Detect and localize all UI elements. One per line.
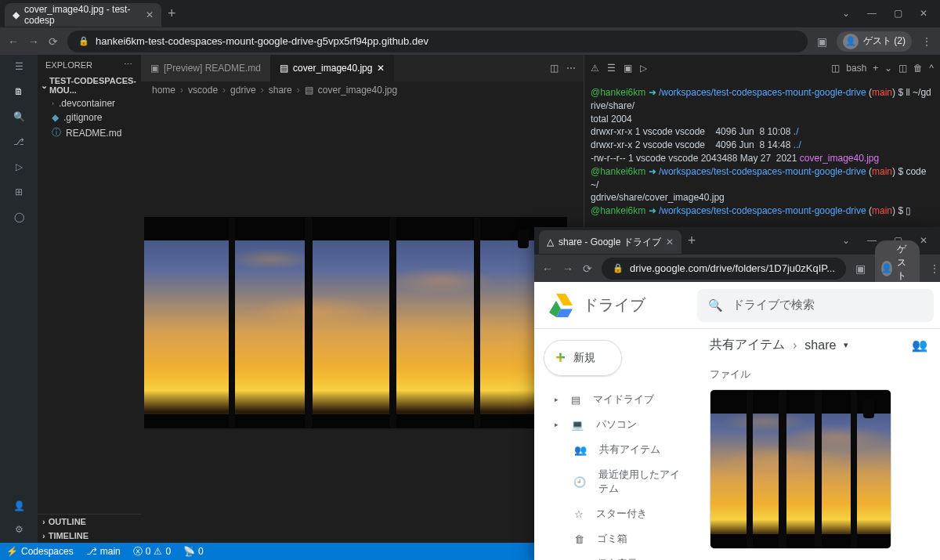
browser-tab[interactable]: ◆ cover_image40.jpg - test-codesp ✕	[5, 3, 161, 27]
browser-tab-title: share - Google ドライブ	[559, 236, 661, 249]
share-icon[interactable]: 👥	[912, 338, 927, 352]
files-icon[interactable]: 🗎	[14, 86, 24, 97]
close-icon[interactable]: ✕	[666, 237, 674, 247]
chevron-right-icon: ▸	[555, 421, 559, 428]
drive-nav-item[interactable]: ▸▤マイドライブ	[539, 387, 692, 412]
minimize-icon[interactable]: —	[867, 8, 877, 19]
address-bar[interactable]: 🔒 drive.google.com/drive/folders/1D7ju0z…	[602, 258, 846, 280]
maximize-icon[interactable]: ^	[929, 63, 934, 74]
drive-breadcrumb: 共有アイテム › share ▾ 👥	[710, 337, 927, 353]
timeline-section[interactable]: ›TIMELINE	[38, 529, 141, 543]
nav-icon: ▤	[571, 394, 580, 406]
nav-label: パソコン	[596, 417, 637, 432]
split-editor-icon[interactable]: ◫	[550, 63, 559, 74]
more-icon[interactable]: ⋯	[566, 63, 576, 74]
debug-console-icon[interactable]: ▣	[624, 63, 632, 74]
new-tab-button[interactable]: +	[168, 5, 176, 22]
profile-chip[interactable]: 👤 ゲスト (2)	[837, 31, 912, 52]
debug-icon[interactable]: ▷	[16, 161, 23, 172]
back-icon[interactable]: ←	[542, 262, 553, 275]
menu-icon[interactable]: ⋮	[929, 262, 940, 275]
close-window-icon[interactable]: ✕	[920, 8, 927, 19]
panel-icon[interactable]: ▣	[855, 262, 866, 275]
ports-status[interactable]: 📡0	[177, 546, 210, 557]
drive-search[interactable]: 🔍 ドライブで検索	[697, 289, 934, 322]
chevron-down-icon[interactable]: ⌄	[884, 63, 892, 74]
folder-root-label: TEST-CODESPACES-MOU...	[49, 76, 138, 95]
more-icon[interactable]: ⋯	[124, 60, 133, 70]
forward-icon[interactable]: →	[562, 262, 573, 275]
drive-nav-item[interactable]: ☆スター付き	[539, 501, 692, 526]
reload-icon[interactable]: ⟳	[583, 262, 592, 275]
drive-nav-item[interactable]: ▸💻パソコン	[539, 412, 692, 437]
warning-icon: ⚠	[154, 546, 162, 557]
drive-nav-item[interactable]: 👥共有アイテム	[539, 437, 692, 462]
problems-status[interactable]: ⓧ0 ⚠0	[127, 545, 177, 558]
breadcrumbs[interactable]: home› vscode› gdrive› share› ▤ cover_ima…	[141, 81, 584, 99]
close-icon[interactable]: ✕	[146, 9, 154, 20]
tree-file[interactable]: ⓘ README.md	[38, 125, 141, 141]
window-chevron-icon[interactable]: ⌄	[842, 8, 850, 19]
crumb-leaf[interactable]: share	[804, 338, 836, 352]
chevron-down-icon[interactable]: ▾	[844, 340, 848, 350]
terminal-icon[interactable]: ▷	[640, 63, 647, 74]
chevron-right-icon: ▸	[555, 396, 559, 403]
branch-status[interactable]: ⎇ main	[80, 546, 127, 557]
tree-folder[interactable]: › .devcontainer	[38, 96, 141, 110]
settings-gear-icon[interactable]: ⚙	[15, 524, 24, 535]
window-chevron-icon[interactable]: ⌄	[842, 235, 850, 246]
search-icon: 🔍	[708, 298, 723, 313]
drive-nav-item[interactable]: 🕘最近使用したアイテム	[539, 462, 692, 501]
drive-nav-item[interactable]: ☁保存容量	[539, 551, 692, 560]
panel-icon[interactable]: ▣	[817, 35, 827, 48]
editor-tab-label: [Preview] README.md	[164, 63, 261, 74]
reload-icon[interactable]: ⟳	[49, 35, 58, 48]
search-icon[interactable]: 🔍	[13, 111, 25, 122]
image-icon: ▤	[280, 63, 288, 74]
folder-root[interactable]: ⌄ TEST-CODESPACES-MOU...	[38, 74, 141, 96]
close-icon[interactable]: ✕	[377, 63, 385, 74]
trash-icon[interactable]: 🗑	[913, 63, 923, 74]
forward-icon[interactable]: →	[28, 35, 39, 48]
source-control-icon[interactable]: ⎇	[13, 136, 24, 147]
new-terminal-icon[interactable]: +	[873, 63, 878, 74]
split-icon[interactable]: ◫	[831, 63, 840, 74]
panel-split-icon[interactable]: ◫	[898, 63, 907, 74]
image-canvas	[141, 99, 584, 543]
outline-section[interactable]: ›OUTLINE	[38, 515, 141, 529]
chevron-down-icon: ⌄	[41, 81, 48, 91]
close-window-icon[interactable]: ✕	[920, 235, 927, 246]
tree-label: README.md	[66, 128, 121, 139]
problems-icon[interactable]: ⚠	[591, 63, 599, 74]
address-bar[interactable]: 🔒 hankei6km-test-codespaces-mount-google…	[67, 31, 808, 52]
account-icon[interactable]: 👤	[13, 500, 25, 511]
url-text: hankei6km-test-codespaces-mount-google-d…	[96, 35, 428, 47]
drive-nav-item[interactable]: 🗑ゴミ箱	[539, 526, 692, 551]
maximize-icon[interactable]: ▢	[894, 8, 902, 19]
codespaces-status[interactable]: ⚡ Codespaces	[0, 546, 80, 557]
nav-label: 共有アイテム	[599, 443, 660, 457]
menu-icon[interactable]: ☰	[15, 61, 24, 72]
new-tab-button[interactable]: +	[688, 233, 696, 249]
plus-icon: +	[555, 348, 566, 368]
new-label: 新規	[573, 351, 595, 365]
error-icon: ⓧ	[133, 545, 143, 558]
editor-tab[interactable]: ▣ [Preview] README.md	[141, 55, 270, 81]
editor-tab[interactable]: ▤ cover_image40.jpg ✕	[270, 55, 394, 81]
file-thumbnail[interactable]	[710, 389, 891, 549]
crumb-root[interactable]: 共有アイテム	[710, 337, 785, 353]
tree-file[interactable]: ◆ .gitignore	[38, 110, 141, 125]
browser-tab[interactable]: △ share - Google ドライブ ✕	[539, 230, 682, 254]
shell-label[interactable]: bash	[846, 63, 866, 74]
github-icon[interactable]: ◯	[14, 211, 24, 222]
image-icon: ▤	[305, 85, 313, 96]
back-icon[interactable]: ←	[8, 35, 19, 48]
extensions-icon[interactable]: ⊞	[15, 186, 23, 197]
menu-icon[interactable]: ⋮	[921, 35, 932, 48]
drive-brand: ドライブ	[583, 294, 645, 316]
new-button[interactable]: + 新規	[544, 340, 622, 376]
minimize-icon[interactable]: —	[867, 235, 877, 246]
output-icon[interactable]: ☰	[607, 63, 616, 74]
drive-logo[interactable]: ドライブ	[534, 291, 697, 320]
section-label: ファイル	[710, 367, 927, 381]
